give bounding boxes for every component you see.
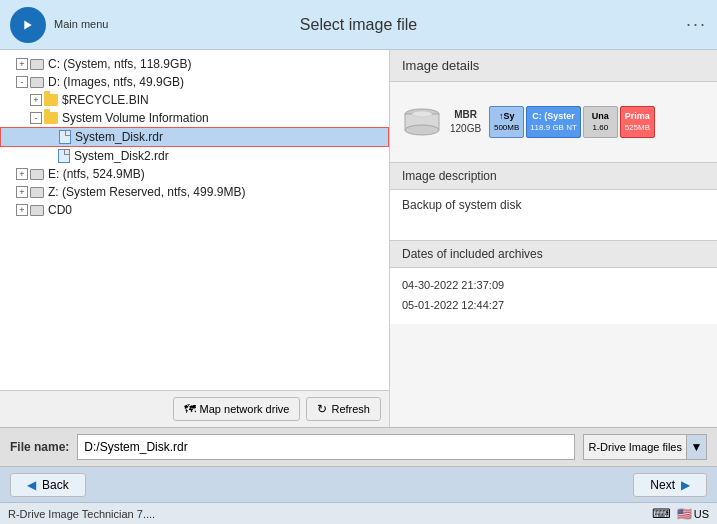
page-title: Select image file: [300, 16, 417, 34]
expand-icon-c[interactable]: +: [16, 58, 28, 70]
keyboard-icon: ⌨: [652, 506, 671, 521]
details-panel: Image details MBR 120GB ↑Sy 500MB: [390, 50, 717, 427]
lang-label: US: [694, 508, 709, 520]
archives-header: Dates of included archives: [390, 241, 717, 268]
tree-item-z-drive[interactable]: + Z: (System Reserved, ntfs, 499.9MB): [0, 183, 389, 201]
tree-label: D: (Images, ntfs, 49.9GB): [48, 75, 184, 89]
dropdown-arrow-icon: ▼: [691, 440, 703, 454]
tree-item-cd0[interactable]: + CD0: [0, 201, 389, 219]
disk-info: MBR 120GB: [450, 108, 481, 136]
status-bar: R-Drive Image Technician 7.... ⌨ 🇺🇸 US: [0, 502, 717, 524]
description-content: Backup of system disk: [390, 190, 717, 240]
header: Main menu Select image file ···: [0, 0, 717, 50]
tree-item-sysvolinfo[interactable]: - System Volume Information: [0, 109, 389, 127]
next-button[interactable]: Next ▶: [633, 473, 707, 497]
filename-input[interactable]: [77, 434, 575, 460]
refresh-label: Refresh: [331, 403, 370, 415]
drive-icon: [30, 169, 44, 180]
part-label-3: Prima: [625, 111, 650, 123]
folder-icon: [44, 112, 58, 124]
more-options-button[interactable]: ···: [686, 14, 707, 35]
drive-icon: [30, 59, 44, 70]
details-header: Image details: [390, 50, 717, 82]
refresh-icon: ↻: [317, 402, 327, 416]
tree-label: System_Disk2.rdr: [74, 149, 169, 163]
map-network-label: Map network drive: [200, 403, 290, 415]
disk-visual: MBR 120GB ↑Sy 500MB C: (Syster 118.9 GB …: [390, 82, 717, 162]
expand-icon-z[interactable]: +: [16, 186, 28, 198]
drive-icon: [30, 77, 44, 88]
part-label-0: ↑Sy: [499, 111, 515, 123]
tree-label: $RECYCLE.BIN: [62, 93, 149, 107]
tree-item-sysdisk-rdr[interactable]: System_Disk.rdr: [0, 127, 389, 147]
filetype-arrow[interactable]: ▼: [687, 434, 707, 460]
part-size-3: 525MB: [625, 123, 650, 133]
partition-0: ↑Sy 500MB: [489, 106, 524, 138]
flag-icon: 🇺🇸: [677, 507, 692, 521]
network-icon: 🗺: [184, 402, 196, 416]
status-text: R-Drive Image Technician 7....: [8, 508, 155, 520]
expand-icon-sysvolinfo[interactable]: -: [30, 112, 42, 124]
tree-label: System Volume Information: [62, 111, 209, 125]
part-label-1: C: (Syster: [532, 111, 575, 123]
tree-item-recycle[interactable]: + $RECYCLE.BIN: [0, 91, 389, 109]
disk-type: MBR: [450, 108, 481, 122]
back-label: Back: [42, 478, 69, 492]
file-tree: + C: (System, ntfs, 118.9GB) - D: (Image…: [0, 50, 389, 390]
next-icon: ▶: [681, 478, 690, 492]
svg-point-4: [412, 111, 432, 117]
partitions-view: ↑Sy 500MB C: (Syster 118.9 GB NT Una 1.6…: [489, 106, 705, 138]
next-label: Next: [650, 478, 675, 492]
disk-svg: [403, 106, 441, 138]
cd-icon: [30, 205, 44, 216]
file-icon-rdr: [58, 149, 70, 163]
filetype-select[interactable]: R-Drive Image files: [583, 434, 687, 460]
svg-point-3: [405, 125, 439, 135]
tree-item-sysdisk2-rdr[interactable]: System_Disk2.rdr: [0, 147, 389, 165]
part-fs-0: 500MB: [494, 123, 519, 133]
filename-label: File name:: [10, 440, 69, 454]
tree-item-e-drive[interactable]: + E: (ntfs, 524.9MB): [0, 165, 389, 183]
tree-item-c-drive[interactable]: + C: (System, ntfs, 118.9GB): [0, 55, 389, 73]
drive-icon: [30, 187, 44, 198]
archive-date-0: 04-30-2022 21:37:09: [402, 276, 705, 296]
app-logo[interactable]: [10, 7, 46, 43]
disk-size: 120GB: [450, 122, 481, 136]
archives-section: Dates of included archives 04-30-2022 21…: [390, 240, 717, 324]
map-network-button[interactable]: 🗺 Map network drive: [173, 397, 301, 421]
partition-2: Una 1.60: [583, 106, 618, 138]
folder-icon: [44, 94, 58, 106]
part-fs-2: 1.60: [593, 123, 609, 133]
file-tree-toolbar: 🗺 Map network drive ↻ Refresh: [0, 390, 389, 427]
part-fs-1: 118.9 GB NT: [530, 123, 577, 133]
tree-label: System_Disk.rdr: [75, 130, 163, 144]
file-icon-rdr: [59, 130, 71, 144]
tree-label: C: (System, ntfs, 118.9GB): [48, 57, 191, 71]
spacer: [45, 131, 57, 143]
main-area: + C: (System, ntfs, 118.9GB) - D: (Image…: [0, 50, 717, 427]
tree-label: CD0: [48, 203, 72, 217]
tree-item-d-drive[interactable]: - D: (Images, ntfs, 49.9GB): [0, 73, 389, 91]
bottom-bar: File name: R-Drive Image files ▼: [0, 427, 717, 466]
expand-icon-cd0[interactable]: +: [16, 204, 28, 216]
expand-icon-recycle[interactable]: +: [30, 94, 42, 106]
back-button[interactable]: ◀ Back: [10, 473, 86, 497]
archives-content: 04-30-2022 21:37:09 05-01-2022 12:44:27: [390, 268, 717, 324]
back-icon: ◀: [27, 478, 36, 492]
expand-icon-d[interactable]: -: [16, 76, 28, 88]
main-menu-label[interactable]: Main menu: [54, 18, 108, 31]
partition-1: C: (Syster 118.9 GB NT: [526, 106, 581, 138]
description-section: Image description Backup of system disk: [390, 162, 717, 240]
file-tree-panel: + C: (System, ntfs, 118.9GB) - D: (Image…: [0, 50, 390, 427]
filetype-selector: R-Drive Image files ▼: [583, 434, 707, 460]
description-header: Image description: [390, 163, 717, 190]
tree-label: E: (ntfs, 524.9MB): [48, 167, 145, 181]
partition-3: Prima 525MB: [620, 106, 655, 138]
spacer: [44, 150, 56, 162]
logo-icon: [17, 14, 39, 36]
tree-label: Z: (System Reserved, ntfs, 499.9MB): [48, 185, 245, 199]
refresh-button[interactable]: ↻ Refresh: [306, 397, 381, 421]
disk-image: [402, 105, 442, 140]
expand-icon-e[interactable]: +: [16, 168, 28, 180]
archive-date-1: 05-01-2022 12:44:27: [402, 296, 705, 316]
